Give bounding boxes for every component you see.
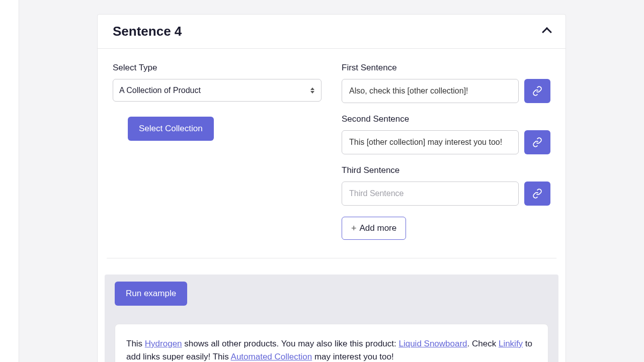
example-link-linkify[interactable]: Linkify (499, 339, 523, 348)
chevron-up-icon[interactable] (543, 26, 550, 37)
example-link-automated-collection[interactable]: Automated Collection (231, 352, 312, 361)
example-link-hydrogen[interactable]: Hydrogen (145, 339, 182, 348)
right-column: First Sentence Second Sentence (342, 63, 550, 240)
select-collection-button[interactable]: Select Collection (128, 117, 214, 141)
second-sentence-input[interactable] (342, 130, 519, 154)
first-sentence-input[interactable] (342, 79, 519, 103)
second-sentence-link-button[interactable] (524, 130, 550, 154)
example-link-liquid-snowboard[interactable]: Liquid Snowboard (398, 339, 467, 348)
sidebar-edge (0, 0, 19, 362)
run-example-button[interactable]: Run example (115, 282, 187, 306)
third-sentence-label: Third Sentence (342, 165, 550, 175)
example-output: This Hydrogen shows all other products. … (115, 324, 548, 362)
select-type-dropdown[interactable]: A Collection of Product (113, 79, 321, 102)
link-icon (532, 137, 542, 147)
sentence-card: Sentence 4 Select Type A Collection of P… (97, 14, 566, 362)
third-sentence-input[interactable] (342, 182, 519, 206)
plus-icon: + (351, 224, 357, 233)
divider (107, 258, 556, 258)
example-section: Run example This Hydrogen shows all othe… (105, 275, 558, 362)
link-icon (532, 86, 542, 96)
select-type-label: Select Type (113, 63, 321, 73)
card-title: Sentence 4 (113, 24, 182, 39)
left-column: Select Type A Collection of Product Sele… (113, 63, 321, 240)
add-more-button[interactable]: + Add more (342, 217, 406, 240)
add-more-label: Add more (360, 223, 397, 233)
second-sentence-label: Second Sentence (342, 114, 550, 124)
first-sentence-link-button[interactable] (524, 79, 550, 103)
link-icon (532, 189, 542, 199)
third-sentence-link-button[interactable] (524, 182, 550, 206)
card-header[interactable]: Sentence 4 (98, 15, 566, 49)
first-sentence-label: First Sentence (342, 63, 550, 73)
